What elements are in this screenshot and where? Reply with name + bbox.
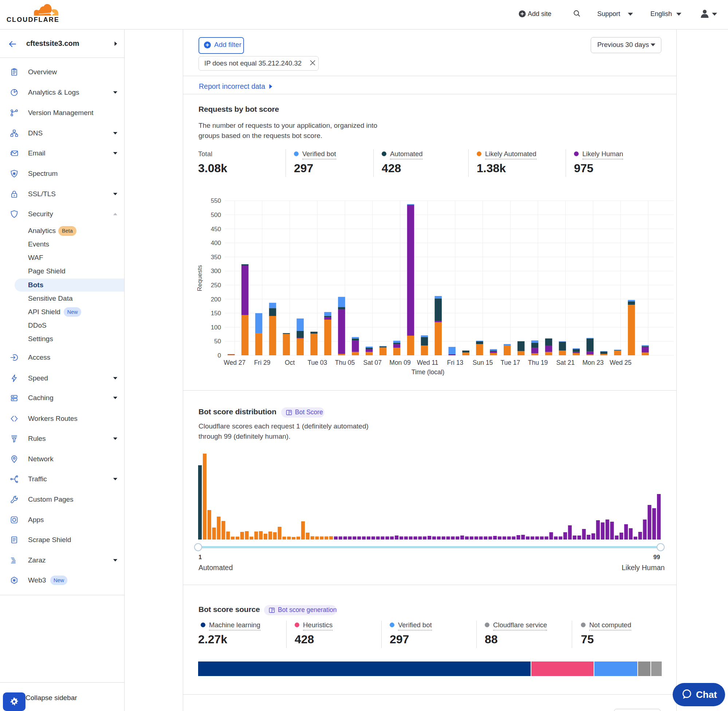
svg-text:450: 450 [211,226,221,233]
svg-text:Mon 23: Mon 23 [582,359,604,366]
svg-text:Oct: Oct [285,359,295,366]
svg-text:350: 350 [211,254,221,261]
svg-text:Wed 25: Wed 25 [610,359,632,366]
svg-text:Fri 13: Fri 13 [447,359,464,366]
svg-text:150: 150 [211,310,221,317]
svg-text:Sat 07: Sat 07 [363,359,382,366]
svg-text:250: 250 [211,282,221,289]
svg-text:200: 200 [211,296,221,303]
svg-text:Sun 15: Sun 15 [473,359,493,366]
svg-text:Time (local): Time (local) [412,369,444,376]
svg-text:500: 500 [211,211,221,218]
svg-text:Thu 05: Thu 05 [335,359,355,366]
svg-text:100: 100 [211,324,221,331]
svg-text:Tue 17: Tue 17 [501,359,520,366]
svg-text:300: 300 [211,268,221,274]
svg-text:50: 50 [214,338,221,345]
svg-text:Wed 27: Wed 27 [224,359,245,366]
svg-text:Requests: Requests [196,265,203,291]
svg-text:Sat 21: Sat 21 [556,359,575,366]
svg-text:400: 400 [211,239,221,246]
svg-text:Tue 03: Tue 03 [307,359,327,366]
svg-text:Fri 29: Fri 29 [254,359,270,366]
svg-text:550: 550 [211,197,221,204]
svg-text:Mon 09: Mon 09 [389,359,411,366]
svg-text:0: 0 [218,352,221,359]
svg-text:Wed 11: Wed 11 [417,359,439,366]
svg-text:Thu 19: Thu 19 [528,359,548,366]
